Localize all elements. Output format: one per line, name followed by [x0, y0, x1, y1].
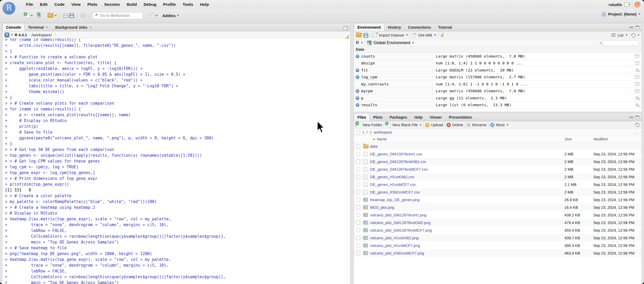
file-checkbox[interactable]	[356, 152, 360, 156]
menu-view[interactable]: View	[68, 0, 84, 9]
column-header-size[interactable]: Size	[562, 136, 591, 142]
file-name-link[interactable]: heatmap_top_DE_genes.png	[370, 198, 562, 202]
menu-edit[interactable]: Edit	[37, 0, 51, 9]
environment-row[interactable]: p Large gg (11 elements, 2.3 MB)	[354, 95, 642, 102]
view-table-icon[interactable]	[635, 54, 639, 58]
import-dataset-icon[interactable]	[372, 33, 377, 37]
refresh-files-icon[interactable]	[635, 123, 640, 127]
environment-row[interactable]: log_cpm Large matrix (157680 elements, 2…	[354, 74, 642, 81]
tab-background-jobs[interactable]: Background Jobs✕	[52, 23, 95, 31]
new-folder-button[interactable]: New Folder	[363, 123, 382, 127]
rename-button[interactable]: Rename	[472, 123, 487, 127]
file-name-link[interactable]: volcano_plot_H1vsK562.png	[370, 236, 562, 240]
tab-terminal[interactable]: Terminal✕	[25, 23, 52, 31]
close-terminal-icon[interactable]: ✕	[45, 25, 48, 29]
minimize-files-icon[interactable]	[629, 116, 633, 118]
workspace-panes-icon[interactable]	[149, 13, 154, 18]
file-name-link[interactable]: DE_genes_GM12878vsK562.csv	[370, 160, 562, 164]
list-view-button[interactable]: List	[617, 33, 624, 37]
file-checkbox[interactable]	[356, 236, 360, 240]
file-checkbox[interactable]	[356, 144, 360, 148]
inspect-object-icon[interactable]	[636, 69, 639, 72]
tab-plots[interactable]: Plots	[370, 113, 386, 121]
more-button[interactable]: More	[496, 123, 505, 127]
global-environment-caret[interactable]	[412, 42, 414, 44]
memory-usage-icon[interactable]	[412, 33, 416, 37]
expand-object-icon[interactable]	[356, 75, 359, 79]
language-caret[interactable]	[361, 42, 363, 44]
breadcrumb-root[interactable]: /	[366, 130, 367, 134]
expand-object-icon[interactable]	[356, 54, 359, 58]
environment-row[interactable]: counts Large matrix (458680 elements, 7.…	[354, 53, 642, 60]
file-checkbox[interactable]	[356, 160, 360, 164]
addins-button[interactable]: Addins	[162, 13, 176, 18]
file-checkbox[interactable]	[356, 175, 360, 179]
upload-button[interactable]: Upload	[431, 123, 443, 127]
environment-search-box[interactable]	[598, 40, 640, 46]
r-version-icon[interactable]: R	[4, 32, 9, 37]
panes-dropdown-caret[interactable]	[155, 15, 158, 16]
delete-icon[interactable]: ✕	[446, 123, 451, 127]
expand-object-icon[interactable]	[356, 89, 359, 93]
file-name-link[interactable]: volcano_plot_GM12878vsMCF7.png	[370, 228, 562, 232]
tab-packages[interactable]: Packages	[386, 113, 411, 121]
menu-plots[interactable]: Plots	[84, 0, 101, 9]
refresh-environment-icon[interactable]	[631, 33, 636, 37]
open-file-icon[interactable]	[48, 14, 53, 18]
view-table-icon[interactable]	[635, 75, 639, 79]
memory-usage-caret[interactable]	[434, 34, 436, 36]
list-view-caret[interactable]	[625, 34, 627, 36]
delete-button[interactable]: Delete	[452, 123, 463, 127]
file-checkbox[interactable]	[356, 228, 360, 232]
new-blank-file-button[interactable]: New Blank File	[392, 123, 418, 127]
file-checkbox[interactable]	[356, 221, 360, 225]
environment-row[interactable]: my.contrasts num [1:4, 1:6] 1 -1 0 0 1 0…	[354, 81, 642, 88]
save-workspace-icon[interactable]	[363, 33, 368, 38]
menu-profile[interactable]: Profile	[160, 0, 179, 9]
save-icon[interactable]	[63, 13, 68, 18]
minimize-environment-icon[interactable]	[629, 27, 633, 28]
file-checkbox[interactable]	[356, 190, 360, 194]
new-blank-file-caret[interactable]	[419, 124, 422, 126]
goto-directory-icon[interactable]: ⇗	[53, 33, 56, 37]
file-checkbox[interactable]	[356, 244, 360, 247]
tab-presentation[interactable]: Presentation	[445, 113, 476, 121]
expand-object-icon[interactable]	[356, 96, 359, 100]
import-dataset-caret[interactable]	[406, 34, 408, 36]
new-blank-file-icon[interactable]: +	[386, 122, 391, 128]
menu-debug[interactable]: Debug	[140, 0, 160, 9]
r-version-caret[interactable]	[11, 34, 13, 36]
file-name-link[interactable]: MDS_plot.png	[370, 205, 562, 210]
maximize-files-icon[interactable]	[635, 116, 639, 119]
tab-help[interactable]: Help	[411, 113, 426, 121]
environment-row[interactable]: results Large list (6 elements, 13.3 MB)	[354, 102, 642, 109]
maximize-console-icon[interactable]	[344, 26, 348, 29]
working-directory-label[interactable]: /workspace/	[32, 33, 52, 37]
close-background-jobs-icon[interactable]: ✕	[89, 25, 92, 29]
column-header-modified[interactable]: Modified	[591, 136, 642, 142]
new-folder-icon[interactable]: +	[356, 122, 361, 128]
menu-help[interactable]: Help	[197, 0, 212, 9]
maximize-environment-icon[interactable]	[635, 26, 639, 29]
new-project-icon[interactable]: R+	[38, 13, 43, 18]
menu-build[interactable]: Build	[123, 0, 140, 9]
file-checkbox[interactable]	[356, 205, 360, 209]
tab-tutorial[interactable]: Tutorial	[435, 23, 455, 31]
console-output-area[interactable]: > for (name in names(results)) { + write…	[2, 39, 350, 284]
expand-object-icon[interactable]	[356, 68, 359, 72]
tab-files[interactable]: Files	[354, 113, 370, 121]
menu-tools[interactable]: Tools	[179, 0, 196, 9]
new-file-icon[interactable]: +	[24, 13, 29, 18]
file-name-link[interactable]: DE_genes_K562vsMCF7.csv	[370, 190, 562, 194]
memory-usage-label[interactable]: 334 MiB	[418, 33, 432, 37]
file-name-link[interactable]: data	[370, 144, 562, 149]
clear-environment-icon[interactable]	[440, 33, 445, 38]
language-selector[interactable]: R	[356, 40, 359, 45]
view-table-icon[interactable]	[635, 62, 639, 65]
file-name-link[interactable]: volcano_plot_K562vsMCF7.png	[370, 251, 562, 255]
select-all-checkbox[interactable]	[356, 130, 360, 134]
new-file-dropdown-caret[interactable]	[31, 15, 33, 16]
environment-search-input[interactable]	[603, 41, 635, 45]
file-checkbox[interactable]	[356, 198, 360, 202]
menu-code[interactable]: Code	[51, 0, 68, 9]
